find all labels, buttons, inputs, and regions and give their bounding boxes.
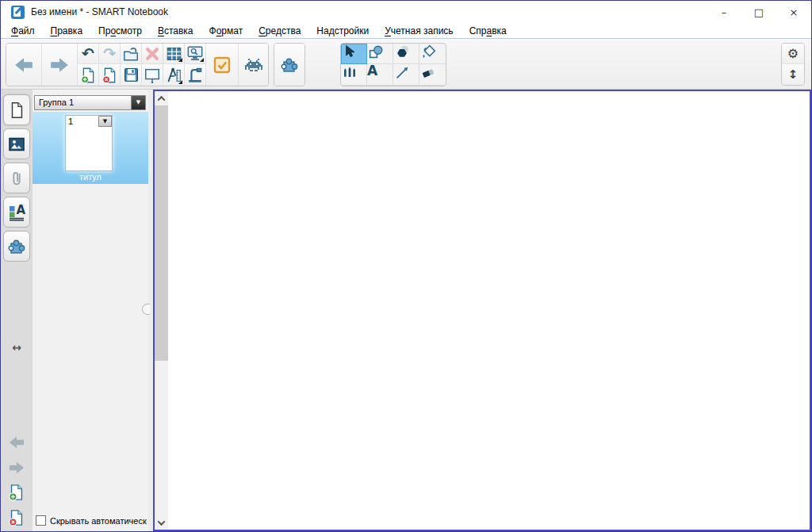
delete-button[interactable] xyxy=(142,44,163,64)
delete-page-side-button[interactable] xyxy=(1,508,33,527)
measurement-tools-icon xyxy=(165,67,182,84)
shapes-icon xyxy=(367,44,393,61)
screen-shade-icon xyxy=(144,67,161,84)
delete-page-icon xyxy=(102,67,118,84)
toolbar-group-options: ⚙ ↕ xyxy=(781,43,805,86)
toolbar-group-file: ↶ ↷ xyxy=(6,43,269,86)
window-title: Без имени * - SMART Notebook xyxy=(31,1,168,24)
eraser-icon xyxy=(419,64,446,82)
resize-panel-button[interactable]: ↔ xyxy=(1,342,33,353)
previous-page-button[interactable] xyxy=(1,435,33,450)
properties-letter: A xyxy=(16,205,25,216)
add-page-side-button[interactable] xyxy=(1,483,33,502)
group-select[interactable]: Группа 1 ▼ xyxy=(34,95,146,110)
page-number: 1 xyxy=(68,117,73,126)
canvas[interactable] xyxy=(153,90,811,531)
page-thumbnail[interactable]: 1 ▼ xyxy=(65,115,113,171)
menu-edit[interactable]: Правка xyxy=(43,24,91,38)
addons-button[interactable] xyxy=(274,44,304,86)
pens-tool-button[interactable] xyxy=(341,64,367,86)
scroll-down-button[interactable] xyxy=(155,515,168,530)
close-button[interactable]: × xyxy=(776,1,811,24)
tab-addons[interactable] xyxy=(3,231,30,262)
next-page-button[interactable] xyxy=(1,461,33,475)
activity-builder-icon xyxy=(245,59,262,71)
menu-addons[interactable]: Надстройки xyxy=(308,24,377,38)
menu-view[interactable]: Просмотр xyxy=(90,24,150,38)
gear-icon: ⚙ xyxy=(787,48,799,60)
scrollbar-thumb[interactable] xyxy=(155,105,168,361)
redo-icon: ↷ xyxy=(103,46,116,61)
minimize-button[interactable]: – xyxy=(707,1,741,24)
move-toolbar-button[interactable]: ↕ xyxy=(782,64,804,85)
response-check-icon xyxy=(213,55,232,75)
polygon-icon xyxy=(393,44,419,61)
back-arrow-icon xyxy=(13,56,34,74)
autohide-label: Скрывать автоматическ xyxy=(50,516,147,526)
chevron-up-icon xyxy=(158,95,166,103)
open-file-button[interactable] xyxy=(121,44,142,64)
menu-account[interactable]: Учетная запись xyxy=(377,24,461,38)
tab-properties[interactable]: A xyxy=(3,197,30,228)
fill-tool-button[interactable] xyxy=(419,44,446,64)
undo-button[interactable]: ↶ xyxy=(78,44,99,64)
screen-capture-icon xyxy=(186,45,204,62)
menu-help[interactable]: Справка xyxy=(462,24,515,38)
selected-page-area: 1 ▼ титул xyxy=(33,112,148,184)
screen-shade-button[interactable] xyxy=(142,64,163,86)
line-arrow-icon xyxy=(393,64,419,82)
text-tool-button[interactable]: A xyxy=(367,64,393,86)
select-tool-button[interactable] xyxy=(341,44,367,64)
chevron-down-icon: ▼ xyxy=(136,100,140,105)
insert-table-button[interactable] xyxy=(163,44,185,64)
page-menu-button[interactable]: ▼ xyxy=(98,116,112,127)
activity-builder-button[interactable] xyxy=(239,44,268,86)
sidebar-tabstrip: A ↔ xyxy=(1,90,33,531)
group-select-arrow[interactable]: ▼ xyxy=(131,96,145,109)
redo-button[interactable]: ↷ xyxy=(99,44,121,64)
back-button[interactable] xyxy=(6,44,42,86)
forward-button[interactable] xyxy=(42,44,78,86)
menu-file[interactable]: Файл xyxy=(3,24,43,38)
line-tool-button[interactable] xyxy=(393,64,419,86)
delete-page-button[interactable] xyxy=(99,64,121,86)
scroll-up-button[interactable] xyxy=(155,91,168,105)
window-controls: – □ × xyxy=(707,1,811,24)
save-button[interactable] xyxy=(121,64,142,86)
group-select-value: Группа 1 xyxy=(39,98,74,107)
autohide-checkbox[interactable] xyxy=(36,515,46,526)
forward-arrow-icon xyxy=(49,56,70,74)
eraser-tool-button[interactable] xyxy=(419,64,446,86)
chevron-down-icon: ▼ xyxy=(103,119,107,124)
add-page-button[interactable] xyxy=(78,64,99,86)
page-sorter-panel: Группа 1 ▼ 1 ▼ титул Скрывать автоматиче… xyxy=(33,90,148,531)
vertical-scrollbar[interactable] xyxy=(155,91,168,530)
toolbar-group-tools: A xyxy=(340,43,446,86)
select-cursor-icon xyxy=(341,44,366,59)
main-area: A ↔ Группа 1 ▼ xyxy=(1,90,811,531)
tools-grid: A xyxy=(341,44,446,86)
maximize-button[interactable]: □ xyxy=(741,1,776,24)
toolbar-grid: ↶ ↷ xyxy=(78,44,206,86)
screen-capture-button[interactable] xyxy=(185,44,206,64)
menu-tools[interactable]: Средства xyxy=(251,24,308,38)
document-camera-button[interactable] xyxy=(185,64,206,86)
tab-attachments[interactable] xyxy=(3,163,30,193)
measurement-tools-button[interactable] xyxy=(163,64,185,86)
puzzle-icon xyxy=(279,55,300,75)
tab-page-sorter[interactable] xyxy=(3,94,30,125)
customize-toolbar-button[interactable]: ⚙ xyxy=(782,44,804,64)
response-button[interactable] xyxy=(206,44,239,86)
document-camera-icon xyxy=(186,67,204,84)
menu-insert[interactable]: Вставка xyxy=(150,24,201,38)
title-bar: Без имени * - SMART Notebook – □ × xyxy=(1,1,811,24)
shapes-tool-button[interactable] xyxy=(367,44,393,64)
tab-gallery[interactable] xyxy=(3,128,30,159)
delete-x-icon xyxy=(144,46,160,62)
menu-bar: Файл Правка Просмотр Вставка Формат Сред… xyxy=(1,24,811,39)
collapse-panel-handle[interactable] xyxy=(142,304,150,315)
add-page-icon xyxy=(80,67,97,84)
chevron-down-icon xyxy=(158,518,166,526)
polygons-tool-button[interactable] xyxy=(393,44,419,64)
menu-format[interactable]: Формат xyxy=(201,24,251,38)
